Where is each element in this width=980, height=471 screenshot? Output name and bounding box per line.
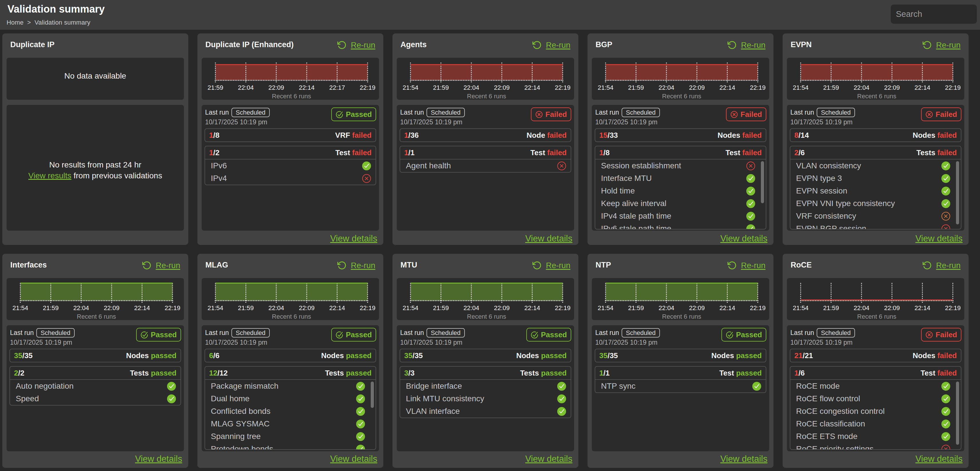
svg-text:22:14: 22:14 — [719, 304, 735, 311]
svg-text:22:04: 22:04 — [463, 84, 479, 91]
svg-text:22:14: 22:14 — [299, 84, 315, 91]
svg-text:21:59: 21:59 — [628, 84, 644, 91]
svg-text:22:14: 22:14 — [915, 84, 930, 91]
svg-text:Recent 6 runs: Recent 6 runs — [467, 313, 506, 320]
svg-text:22:09: 22:09 — [268, 84, 284, 91]
svg-text:21:54: 21:54 — [402, 304, 418, 311]
svg-text:22:19: 22:19 — [360, 84, 375, 91]
svg-text:21:54: 21:54 — [793, 304, 808, 311]
svg-text:22:09: 22:09 — [494, 304, 510, 311]
svg-text:Recent 6 runs: Recent 6 runs — [467, 93, 506, 100]
svg-text:22:04: 22:04 — [238, 84, 254, 91]
svg-text:Recent 6 runs: Recent 6 runs — [662, 313, 702, 320]
svg-text:22:19: 22:19 — [750, 304, 765, 311]
svg-text:22:04: 22:04 — [659, 304, 674, 311]
svg-text:22:09: 22:09 — [104, 304, 119, 311]
svg-text:22:14: 22:14 — [524, 304, 540, 311]
svg-text:21:59: 21:59 — [433, 304, 449, 311]
svg-text:22:04: 22:04 — [659, 84, 674, 91]
svg-text:21:54: 21:54 — [793, 84, 808, 91]
svg-text:21:54: 21:54 — [12, 304, 28, 311]
svg-text:21:59: 21:59 — [433, 84, 449, 91]
svg-text:22:19: 22:19 — [360, 304, 375, 311]
svg-text:21:59: 21:59 — [823, 84, 839, 91]
svg-text:22:19: 22:19 — [945, 304, 961, 311]
svg-text:21:54: 21:54 — [207, 304, 223, 311]
svg-text:Recent 6 runs: Recent 6 runs — [77, 313, 116, 320]
svg-text:21:59: 21:59 — [43, 304, 59, 311]
svg-text:Recent 6 runs: Recent 6 runs — [662, 93, 702, 100]
svg-text:22:14: 22:14 — [915, 304, 930, 311]
svg-text:22:09: 22:09 — [299, 304, 315, 311]
svg-text:22:09: 22:09 — [689, 84, 705, 91]
svg-text:Recent 6 runs: Recent 6 runs — [272, 93, 311, 100]
svg-text:21:59: 21:59 — [823, 304, 839, 311]
svg-text:Recent 6 runs: Recent 6 runs — [272, 313, 311, 320]
svg-text:22:04: 22:04 — [73, 304, 89, 311]
svg-text:21:54: 21:54 — [598, 84, 613, 91]
svg-text:Recent 6 runs: Recent 6 runs — [857, 313, 896, 320]
svg-text:22:14: 22:14 — [524, 84, 540, 91]
svg-text:21:59: 21:59 — [238, 304, 254, 311]
svg-text:22:14: 22:14 — [719, 84, 735, 91]
svg-text:22:04: 22:04 — [463, 304, 479, 311]
svg-text:22:09: 22:09 — [494, 84, 510, 91]
svg-text:22:04: 22:04 — [268, 304, 284, 311]
svg-text:22:04: 22:04 — [854, 84, 869, 91]
svg-text:22:19: 22:19 — [555, 304, 570, 311]
svg-text:22:19: 22:19 — [750, 84, 765, 91]
svg-text:22:09: 22:09 — [689, 304, 705, 311]
svg-text:22:09: 22:09 — [884, 304, 900, 311]
svg-text:22:04: 22:04 — [854, 304, 869, 311]
svg-text:22:14: 22:14 — [329, 304, 345, 311]
svg-text:22:19: 22:19 — [945, 84, 961, 91]
svg-text:21:59: 21:59 — [628, 304, 644, 311]
svg-text:21:59: 21:59 — [207, 84, 223, 91]
svg-text:21:54: 21:54 — [402, 84, 418, 91]
svg-text:22:19: 22:19 — [164, 304, 180, 311]
svg-text:Recent 6 runs: Recent 6 runs — [857, 93, 896, 100]
svg-text:22:14: 22:14 — [134, 304, 150, 311]
svg-text:21:54: 21:54 — [598, 304, 613, 311]
svg-text:22:17: 22:17 — [329, 84, 345, 91]
svg-text:22:09: 22:09 — [884, 84, 900, 91]
svg-text:22:19: 22:19 — [555, 84, 570, 91]
